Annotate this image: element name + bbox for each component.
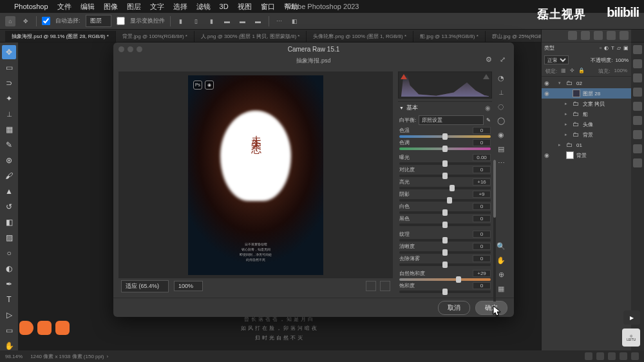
slider-value[interactable]: 0.00 bbox=[473, 154, 491, 161]
panel-icon-4[interactable] bbox=[633, 88, 642, 97]
align-top-icon[interactable]: ▬ bbox=[222, 16, 232, 26]
heal-cr-icon[interactable]: ◌ bbox=[496, 101, 506, 111]
adjust-scrollbar[interactable] bbox=[493, 160, 496, 301]
align-left-icon[interactable]: ▮ bbox=[176, 16, 186, 26]
mask-cr-icon[interactable]: ◯ bbox=[496, 115, 506, 126]
menu-filter[interactable]: 滤镜 bbox=[196, 2, 211, 12]
panel-icon-9[interactable] bbox=[633, 158, 642, 167]
zoom-pct-dropdown[interactable]: 100% bbox=[174, 281, 203, 291]
slider-value[interactable]: +16 bbox=[473, 178, 491, 186]
eye-icon[interactable] bbox=[544, 142, 551, 148]
type-tool[interactable]: T bbox=[2, 292, 16, 307]
menu-file[interactable]: 文件 bbox=[57, 2, 71, 12]
slider-thumb[interactable] bbox=[442, 209, 448, 216]
slider-track[interactable] bbox=[399, 239, 491, 242]
crop-tool[interactable]: ⟂ bbox=[2, 107, 16, 121]
layer-row[interactable]: ▸🗀船 bbox=[542, 109, 631, 119]
slider-value[interactable]: 0 bbox=[473, 215, 491, 222]
eye-icon[interactable]: ◉ bbox=[544, 90, 551, 97]
view-single-icon[interactable] bbox=[366, 281, 376, 291]
slider-thumb[interactable] bbox=[442, 146, 448, 152]
slider-value[interactable]: 0 bbox=[473, 127, 491, 134]
close-icon[interactable] bbox=[118, 46, 124, 52]
status-icon-4[interactable] bbox=[620, 352, 627, 360]
layer-row[interactable]: ◉背景 bbox=[542, 150, 631, 160]
marquee-tool[interactable]: ▭ bbox=[2, 61, 16, 75]
lock-position-icon[interactable]: ✜ bbox=[570, 68, 574, 75]
slider-track[interactable] bbox=[399, 162, 491, 165]
layer-name[interactable]: 02 bbox=[576, 81, 582, 86]
layer-name[interactable]: 船 bbox=[583, 111, 588, 118]
slider-value[interactable]: 0 bbox=[473, 139, 491, 146]
highlight-clip-icon[interactable] bbox=[483, 74, 489, 79]
blend-mode-select[interactable]: 正常 bbox=[544, 55, 569, 64]
panel-icon-3[interactable] bbox=[633, 73, 642, 82]
layer-row[interactable]: ◉图层 28 bbox=[542, 88, 631, 99]
layer-name[interactable]: 背景 bbox=[583, 131, 593, 138]
menu-window[interactable]: 窗口 bbox=[261, 2, 275, 12]
eyedropper-tool[interactable]: ✎ bbox=[2, 138, 16, 152]
slider-thumb[interactable] bbox=[442, 133, 448, 140]
pen-tool[interactable]: ✒ bbox=[2, 277, 16, 291]
status-icon-3[interactable] bbox=[608, 352, 616, 360]
opacity-value[interactable]: 100% bbox=[616, 57, 629, 63]
slider-track[interactable] bbox=[399, 211, 491, 214]
move-tool[interactable]: ✥ bbox=[2, 45, 16, 59]
layer-row[interactable]: ▸🗀头像 bbox=[542, 119, 631, 129]
layer-name[interactable]: 头像 bbox=[583, 121, 593, 128]
slider-去除薄雾[interactable]: 去除薄雾0 bbox=[398, 254, 492, 267]
preset-cr-icon[interactable]: ▤ bbox=[496, 144, 506, 154]
blur-tool[interactable]: ○ bbox=[2, 246, 16, 260]
edit-tool-icon[interactable]: ◔ bbox=[496, 73, 506, 83]
menu-layer[interactable]: 图层 bbox=[127, 2, 141, 12]
eye-icon[interactable]: ◉ bbox=[544, 80, 551, 86]
expand-icon[interactable]: ▸ bbox=[565, 132, 570, 137]
auto-select-checkbox[interactable] bbox=[42, 17, 50, 25]
home-icon[interactable]: ⌂ bbox=[5, 16, 15, 26]
slider-track[interactable] bbox=[399, 278, 491, 281]
slider-value[interactable]: 0 bbox=[473, 231, 491, 238]
status-icon-5[interactable] bbox=[631, 352, 639, 360]
panel-icon-6[interactable] bbox=[633, 116, 642, 125]
slider-value[interactable]: 0 bbox=[473, 166, 491, 173]
slider-thumb[interactable] bbox=[450, 185, 455, 191]
heal-tool[interactable]: ⊛ bbox=[2, 153, 16, 167]
wand-tool[interactable]: ✦ bbox=[2, 91, 16, 106]
dialog-titlebar[interactable]: Camera Raw 15.1 bbox=[113, 43, 514, 55]
layer-name[interactable]: 文案 拷贝 bbox=[583, 100, 605, 108]
menu-select[interactable]: 选择 bbox=[173, 2, 187, 12]
slider-thumb[interactable] bbox=[442, 262, 448, 268]
slider-track[interactable] bbox=[399, 135, 491, 138]
shape-tool[interactable]: ▭ bbox=[2, 323, 16, 338]
more-cr-icon[interactable]: ⋯ bbox=[496, 158, 506, 168]
hand-cr-icon[interactable]: ✋ bbox=[496, 255, 506, 265]
slider-清晰度[interactable]: 清晰度0 bbox=[398, 242, 492, 254]
filter-smart-icon[interactable]: ▣ bbox=[623, 45, 629, 51]
status-icon-2[interactable] bbox=[596, 352, 604, 360]
slider-高光[interactable]: 高光+16 bbox=[398, 178, 492, 190]
dodge-tool[interactable]: ◐ bbox=[2, 262, 16, 276]
slider-纹理[interactable]: 纹理0 bbox=[398, 230, 492, 242]
fullscreen-icon[interactable]: ⤢ bbox=[500, 55, 509, 64]
history-brush-tool[interactable]: ↺ bbox=[2, 200, 16, 214]
slider-thumb[interactable] bbox=[442, 222, 448, 228]
align-center-v-icon[interactable]: ▬ bbox=[238, 16, 248, 26]
menu-image[interactable]: 图像 bbox=[104, 2, 118, 12]
tab-3[interactable]: 头像轮廓.png @ 100% (图层 1, RGB/8) * bbox=[307, 31, 413, 42]
slider-track[interactable] bbox=[399, 291, 491, 293]
slider-track[interactable] bbox=[399, 224, 491, 226]
redeye-cr-icon[interactable]: ◉ bbox=[496, 129, 506, 140]
layer-row[interactable]: ▸🗀背景 bbox=[542, 129, 631, 140]
patterns-panel-icon[interactable] bbox=[607, 31, 616, 40]
layer-name[interactable]: 图层 28 bbox=[583, 90, 600, 97]
ok-button[interactable]: 确定 bbox=[475, 301, 507, 315]
layer-row[interactable]: ▸🗀文案 拷贝 bbox=[542, 99, 631, 109]
auto-select-dropdown[interactable]: 图层 bbox=[86, 15, 111, 27]
lock-all-icon[interactable]: 🔒 bbox=[578, 68, 585, 75]
swatches-panel-icon[interactable] bbox=[581, 31, 590, 40]
menu-3d[interactable]: 3D bbox=[220, 3, 229, 10]
tab-4[interactable]: 船.jpg @ 13.3%(RGB/8) * bbox=[413, 31, 486, 42]
filter-shape-icon[interactable]: ▱ bbox=[617, 45, 621, 51]
wb-dropdown[interactable]: 原照设置 bbox=[419, 115, 484, 125]
panel-icon-1[interactable] bbox=[633, 45, 642, 54]
